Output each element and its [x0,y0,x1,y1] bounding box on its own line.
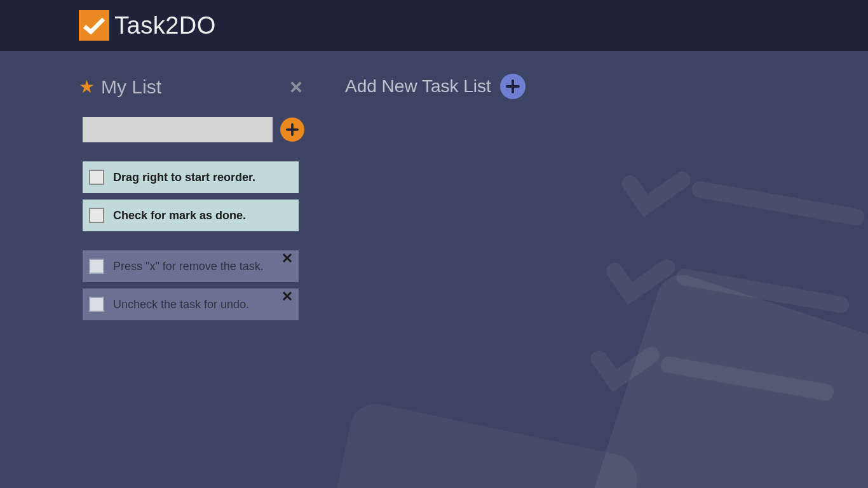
app-title-part1: Task [114,12,165,39]
app-title: Task2DO [114,12,216,39]
app-header: Task2DO [0,0,868,51]
new-task-input[interactable] [83,117,273,142]
remove-task-button[interactable] [282,253,294,264]
star-icon: ★ [79,78,95,96]
task-list-panel: ★ My List Drag right to start reorder. C… [79,76,304,327]
close-list-button[interactable] [288,79,304,95]
task-text: Uncheck the task for undo. [113,298,249,311]
task-text: Drag right to start reorder. [113,171,255,184]
task-item[interactable]: Drag right to start reorder. [83,161,299,193]
add-list-label: Add New Task List [345,76,491,97]
svg-line-4 [669,365,825,392]
task-item[interactable]: Check for mark as done. [83,200,299,231]
add-list-row: Add New Task List [345,74,526,99]
list-header: ★ My List [79,76,304,98]
add-task-button[interactable] [280,118,304,142]
new-task-row [83,117,304,142]
task-text: Check for mark as done. [113,209,246,222]
task-checkbox[interactable] [89,259,104,274]
task-item[interactable]: Uncheck the task for undo. [83,288,299,320]
remove-task-button[interactable] [282,291,294,302]
task-checkbox[interactable] [89,208,104,223]
add-list-button[interactable] [500,74,526,99]
app-logo-icon [79,10,109,41]
app-title-part2: 2DO [165,12,216,39]
task-item[interactable]: Press "x" for remove the task. [83,250,299,282]
task-checkbox[interactable] [89,170,104,185]
task-checkbox[interactable] [89,297,104,312]
task-text: Press "x" for remove the task. [113,260,264,273]
list-title: My List [101,76,288,98]
svg-rect-1 [295,399,642,488]
